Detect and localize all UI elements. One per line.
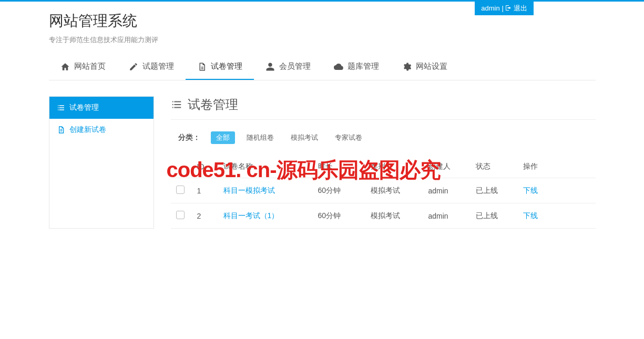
cell-creator: admin bbox=[423, 178, 471, 203]
paper-name-link[interactable]: 科目一模拟考试 bbox=[223, 186, 275, 194]
th-id: ID bbox=[192, 156, 218, 178]
cloud-icon bbox=[334, 62, 343, 71]
nav-bank[interactable]: 题库管理 bbox=[322, 54, 391, 80]
cell-status: 已上线 bbox=[471, 203, 518, 229]
page-heading-text: 试卷管理 bbox=[188, 96, 238, 113]
container: 网站管理系统 专注于师范生信息技术应用能力测评 网站首页 试题管理 试卷管理 会… bbox=[49, 2, 596, 229]
nav-home[interactable]: 网站首页 bbox=[49, 54, 117, 80]
nav-label: 题库管理 bbox=[347, 61, 379, 71]
row-checkbox[interactable] bbox=[176, 186, 185, 194]
cell-id: 2 bbox=[192, 203, 218, 229]
nav-question[interactable]: 试题管理 bbox=[117, 54, 186, 80]
cell-duration: 60分钟 bbox=[313, 178, 365, 203]
filter-label: 分类： bbox=[178, 133, 200, 142]
site-subtitle: 专注于师范生信息技术应用能力测评 bbox=[49, 35, 596, 45]
user-icon bbox=[265, 62, 275, 71]
logout-icon bbox=[505, 5, 512, 11]
offline-link[interactable]: 下线 bbox=[523, 211, 538, 220]
list-icon bbox=[57, 104, 65, 112]
cell-id: 1 bbox=[192, 178, 218, 203]
cell-creator: admin bbox=[423, 203, 471, 229]
gears-icon bbox=[402, 62, 412, 71]
cell-duration: 60分钟 bbox=[313, 203, 365, 229]
nav-member[interactable]: 会员管理 bbox=[254, 54, 322, 80]
main-nav: 网站首页 试题管理 试卷管理 会员管理 题库管理 网站设置 bbox=[49, 54, 596, 80]
edit-icon bbox=[129, 62, 138, 71]
nav-label: 试题管理 bbox=[142, 61, 174, 71]
sidebar-item-paper-manage[interactable]: 试卷管理 bbox=[49, 97, 154, 119]
th-duration: 时长 bbox=[313, 156, 365, 178]
th-creator: 创建人 bbox=[423, 156, 471, 178]
filter-tag-random[interactable]: 随机组卷 bbox=[241, 131, 279, 144]
home-icon bbox=[60, 62, 70, 71]
th-action: 操作 bbox=[518, 156, 596, 178]
nav-label: 网站首页 bbox=[74, 61, 106, 71]
sidebar-item-label: 创建新试卷 bbox=[69, 125, 106, 135]
row-checkbox[interactable] bbox=[176, 211, 185, 219]
filter-toolbar: 分类： 全部 随机组卷 模拟考试 专家试卷 bbox=[171, 120, 596, 156]
list-icon bbox=[171, 99, 182, 110]
nav-label: 试卷管理 bbox=[211, 61, 242, 71]
th-type: 类别 bbox=[365, 156, 423, 178]
sidebar-item-label: 试卷管理 bbox=[69, 103, 99, 112]
nav-paper[interactable]: 试卷管理 bbox=[186, 54, 254, 80]
offline-link[interactable]: 下线 bbox=[523, 186, 538, 194]
nav-label: 网站设置 bbox=[416, 61, 447, 71]
sidebar: 试卷管理 创建新试卷 bbox=[49, 96, 154, 229]
table-row: 2 科目一考试（1） 60分钟 模拟考试 admin 已上线 下线 bbox=[171, 203, 596, 229]
user-bar: admin | 退出 bbox=[475, 2, 534, 15]
th-name: 试卷名称 bbox=[218, 156, 313, 178]
table-header-row: ID 试卷名称 时长 类别 创建人 状态 操作 bbox=[171, 156, 596, 178]
paper-name-link[interactable]: 科目一考试（1） bbox=[223, 211, 279, 220]
filter-tag-all[interactable]: 全部 bbox=[211, 131, 235, 144]
page-title: 试卷管理 bbox=[171, 96, 596, 120]
cell-type: 模拟考试 bbox=[365, 178, 423, 203]
filter-tag-mock[interactable]: 模拟考试 bbox=[285, 131, 323, 144]
file-icon bbox=[57, 126, 65, 134]
cell-status: 已上线 bbox=[471, 178, 518, 203]
paper-table: ID 试卷名称 时长 类别 创建人 状态 操作 1 bbox=[171, 156, 596, 229]
logout-link[interactable]: 退出 bbox=[514, 4, 527, 12]
th-status: 状态 bbox=[471, 156, 518, 178]
sidebar-item-create-paper[interactable]: 创建新试卷 bbox=[49, 119, 154, 141]
nav-settings[interactable]: 网站设置 bbox=[391, 54, 459, 80]
nav-label: 会员管理 bbox=[279, 61, 311, 71]
divider: | bbox=[502, 4, 505, 12]
current-user-link[interactable]: admin bbox=[481, 4, 499, 12]
main-content: 试卷管理 分类： 全部 随机组卷 模拟考试 专家试卷 ID 试卷名称 时长 bbox=[171, 96, 596, 229]
cell-type: 模拟考试 bbox=[365, 203, 423, 229]
document-icon bbox=[197, 62, 207, 71]
filter-tag-expert[interactable]: 专家试卷 bbox=[330, 131, 367, 144]
table-row: 1 科目一模拟考试 60分钟 模拟考试 admin 已上线 下线 bbox=[171, 178, 596, 203]
table-wrap: ID 试卷名称 时长 类别 创建人 状态 操作 1 bbox=[171, 156, 596, 229]
layout: 试卷管理 创建新试卷 试卷管理 分类： 全部 随机组卷 模拟考试 专家试卷 bbox=[49, 96, 596, 229]
